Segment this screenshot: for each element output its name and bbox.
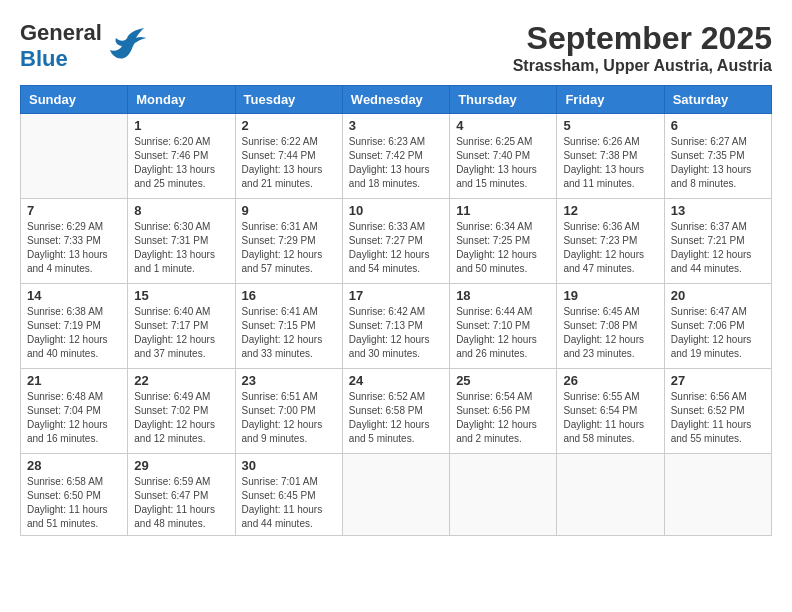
header-day-tuesday: Tuesday	[235, 86, 342, 114]
calendar-cell: 15Sunrise: 6:40 AMSunset: 7:17 PMDayligh…	[128, 284, 235, 369]
week-row-4: 21Sunrise: 6:48 AMSunset: 7:04 PMDayligh…	[21, 369, 772, 454]
title-section: September 2025 Strassham, Upper Austria,…	[513, 20, 772, 75]
day-number: 12	[563, 203, 657, 218]
logo-bird-icon	[110, 28, 146, 64]
day-number: 17	[349, 288, 443, 303]
day-info: Sunrise: 6:36 AMSunset: 7:23 PMDaylight:…	[563, 220, 657, 276]
day-number: 21	[27, 373, 121, 388]
calendar-cell: 11Sunrise: 6:34 AMSunset: 7:25 PMDayligh…	[450, 199, 557, 284]
calendar-cell: 3Sunrise: 6:23 AMSunset: 7:42 PMDaylight…	[342, 114, 449, 199]
day-number: 27	[671, 373, 765, 388]
day-info: Sunrise: 6:34 AMSunset: 7:25 PMDaylight:…	[456, 220, 550, 276]
day-number: 20	[671, 288, 765, 303]
day-info: Sunrise: 6:22 AMSunset: 7:44 PMDaylight:…	[242, 135, 336, 191]
day-info: Sunrise: 6:25 AMSunset: 7:40 PMDaylight:…	[456, 135, 550, 191]
day-info: Sunrise: 6:31 AMSunset: 7:29 PMDaylight:…	[242, 220, 336, 276]
calendar-table: SundayMondayTuesdayWednesdayThursdayFrid…	[20, 85, 772, 536]
day-number: 19	[563, 288, 657, 303]
calendar-cell	[21, 114, 128, 199]
calendar-cell	[450, 454, 557, 536]
calendar-cell: 14Sunrise: 6:38 AMSunset: 7:19 PMDayligh…	[21, 284, 128, 369]
header-day-thursday: Thursday	[450, 86, 557, 114]
week-row-1: 1Sunrise: 6:20 AMSunset: 7:46 PMDaylight…	[21, 114, 772, 199]
day-info: Sunrise: 6:47 AMSunset: 7:06 PMDaylight:…	[671, 305, 765, 361]
day-info: Sunrise: 6:41 AMSunset: 7:15 PMDaylight:…	[242, 305, 336, 361]
day-info: Sunrise: 6:37 AMSunset: 7:21 PMDaylight:…	[671, 220, 765, 276]
day-info: Sunrise: 6:58 AMSunset: 6:50 PMDaylight:…	[27, 475, 121, 531]
day-number: 24	[349, 373, 443, 388]
header-day-monday: Monday	[128, 86, 235, 114]
day-number: 26	[563, 373, 657, 388]
week-row-3: 14Sunrise: 6:38 AMSunset: 7:19 PMDayligh…	[21, 284, 772, 369]
day-number: 28	[27, 458, 121, 473]
day-number: 11	[456, 203, 550, 218]
day-number: 23	[242, 373, 336, 388]
day-info: Sunrise: 6:56 AMSunset: 6:52 PMDaylight:…	[671, 390, 765, 446]
calendar-cell: 23Sunrise: 6:51 AMSunset: 7:00 PMDayligh…	[235, 369, 342, 454]
calendar-cell: 28Sunrise: 6:58 AMSunset: 6:50 PMDayligh…	[21, 454, 128, 536]
day-number: 25	[456, 373, 550, 388]
calendar-cell: 24Sunrise: 6:52 AMSunset: 6:58 PMDayligh…	[342, 369, 449, 454]
day-number: 3	[349, 118, 443, 133]
day-info: Sunrise: 6:44 AMSunset: 7:10 PMDaylight:…	[456, 305, 550, 361]
day-number: 1	[134, 118, 228, 133]
logo-text: General Blue	[20, 20, 102, 73]
day-info: Sunrise: 6:42 AMSunset: 7:13 PMDaylight:…	[349, 305, 443, 361]
calendar-cell: 5Sunrise: 6:26 AMSunset: 7:38 PMDaylight…	[557, 114, 664, 199]
calendar-cell: 26Sunrise: 6:55 AMSunset: 6:54 PMDayligh…	[557, 369, 664, 454]
day-info: Sunrise: 7:01 AMSunset: 6:45 PMDaylight:…	[242, 475, 336, 531]
day-number: 2	[242, 118, 336, 133]
day-number: 9	[242, 203, 336, 218]
day-info: Sunrise: 6:40 AMSunset: 7:17 PMDaylight:…	[134, 305, 228, 361]
header-day-friday: Friday	[557, 86, 664, 114]
day-number: 22	[134, 373, 228, 388]
day-number: 30	[242, 458, 336, 473]
calendar-cell: 10Sunrise: 6:33 AMSunset: 7:27 PMDayligh…	[342, 199, 449, 284]
page-header: General Blue September 2025 Strassham, U…	[20, 20, 772, 75]
header-day-wednesday: Wednesday	[342, 86, 449, 114]
day-info: Sunrise: 6:45 AMSunset: 7:08 PMDaylight:…	[563, 305, 657, 361]
day-number: 8	[134, 203, 228, 218]
day-number: 10	[349, 203, 443, 218]
week-row-5: 28Sunrise: 6:58 AMSunset: 6:50 PMDayligh…	[21, 454, 772, 536]
calendar-cell: 30Sunrise: 7:01 AMSunset: 6:45 PMDayligh…	[235, 454, 342, 536]
day-number: 6	[671, 118, 765, 133]
day-info: Sunrise: 6:48 AMSunset: 7:04 PMDaylight:…	[27, 390, 121, 446]
day-info: Sunrise: 6:49 AMSunset: 7:02 PMDaylight:…	[134, 390, 228, 446]
calendar-cell	[557, 454, 664, 536]
day-info: Sunrise: 6:52 AMSunset: 6:58 PMDaylight:…	[349, 390, 443, 446]
day-number: 14	[27, 288, 121, 303]
calendar-cell: 12Sunrise: 6:36 AMSunset: 7:23 PMDayligh…	[557, 199, 664, 284]
day-info: Sunrise: 6:23 AMSunset: 7:42 PMDaylight:…	[349, 135, 443, 191]
calendar-cell: 8Sunrise: 6:30 AMSunset: 7:31 PMDaylight…	[128, 199, 235, 284]
day-info: Sunrise: 6:20 AMSunset: 7:46 PMDaylight:…	[134, 135, 228, 191]
day-number: 4	[456, 118, 550, 133]
logo: General Blue	[20, 20, 146, 73]
calendar-cell: 25Sunrise: 6:54 AMSunset: 6:56 PMDayligh…	[450, 369, 557, 454]
day-info: Sunrise: 6:33 AMSunset: 7:27 PMDaylight:…	[349, 220, 443, 276]
day-info: Sunrise: 6:26 AMSunset: 7:38 PMDaylight:…	[563, 135, 657, 191]
calendar-cell: 27Sunrise: 6:56 AMSunset: 6:52 PMDayligh…	[664, 369, 771, 454]
day-info: Sunrise: 6:59 AMSunset: 6:47 PMDaylight:…	[134, 475, 228, 531]
calendar-cell: 6Sunrise: 6:27 AMSunset: 7:35 PMDaylight…	[664, 114, 771, 199]
calendar-cell: 2Sunrise: 6:22 AMSunset: 7:44 PMDaylight…	[235, 114, 342, 199]
logo-general: General	[20, 20, 102, 45]
week-row-2: 7Sunrise: 6:29 AMSunset: 7:33 PMDaylight…	[21, 199, 772, 284]
calendar-cell: 17Sunrise: 6:42 AMSunset: 7:13 PMDayligh…	[342, 284, 449, 369]
calendar-cell: 19Sunrise: 6:45 AMSunset: 7:08 PMDayligh…	[557, 284, 664, 369]
day-info: Sunrise: 6:29 AMSunset: 7:33 PMDaylight:…	[27, 220, 121, 276]
day-info: Sunrise: 6:38 AMSunset: 7:19 PMDaylight:…	[27, 305, 121, 361]
header-day-sunday: Sunday	[21, 86, 128, 114]
day-info: Sunrise: 6:30 AMSunset: 7:31 PMDaylight:…	[134, 220, 228, 276]
location: Strassham, Upper Austria, Austria	[513, 57, 772, 75]
calendar-cell: 20Sunrise: 6:47 AMSunset: 7:06 PMDayligh…	[664, 284, 771, 369]
calendar-cell: 16Sunrise: 6:41 AMSunset: 7:15 PMDayligh…	[235, 284, 342, 369]
day-info: Sunrise: 6:27 AMSunset: 7:35 PMDaylight:…	[671, 135, 765, 191]
calendar-cell	[342, 454, 449, 536]
day-number: 7	[27, 203, 121, 218]
calendar-cell	[664, 454, 771, 536]
day-number: 15	[134, 288, 228, 303]
calendar-cell: 29Sunrise: 6:59 AMSunset: 6:47 PMDayligh…	[128, 454, 235, 536]
day-info: Sunrise: 6:54 AMSunset: 6:56 PMDaylight:…	[456, 390, 550, 446]
calendar-cell: 13Sunrise: 6:37 AMSunset: 7:21 PMDayligh…	[664, 199, 771, 284]
